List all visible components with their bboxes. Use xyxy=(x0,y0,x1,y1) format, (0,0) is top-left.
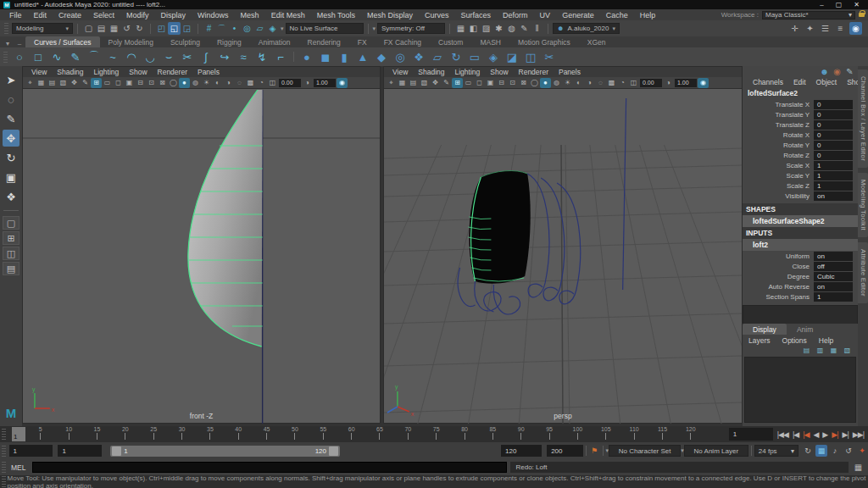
playback-range-bar[interactable]: 1 120 xyxy=(110,446,340,457)
motion-blur-icon[interactable]: ◌ xyxy=(234,78,245,88)
shaded-mode-icon[interactable]: ● xyxy=(540,78,551,88)
chevron-down-icon[interactable]: ▾ xyxy=(281,25,284,32)
gamma-field[interactable]: 1.00 xyxy=(675,79,697,87)
anti-aliasing-icon[interactable]: ▩ xyxy=(245,78,256,88)
menu-item[interactable]: Display xyxy=(155,9,192,20)
attribute-value-field[interactable]: 0 xyxy=(814,151,853,160)
paint-select-tool[interactable]: ✎ xyxy=(3,110,19,127)
boolean-icon[interactable]: ◫ xyxy=(521,48,540,65)
menu-item[interactable]: Mesh Display xyxy=(361,9,419,20)
trim-tool-icon[interactable]: ✂ xyxy=(540,48,559,65)
safe-action-icon[interactable]: ⊡ xyxy=(146,78,157,88)
select-tool[interactable]: ➤ xyxy=(3,71,19,88)
wireframe-mode-icon[interactable]: ◯ xyxy=(168,78,179,88)
shelf-tab[interactable]: FX Caching xyxy=(376,36,430,47)
snap-point-icon[interactable]: • xyxy=(228,22,241,35)
camera-attributes-icon[interactable]: ▦ xyxy=(397,78,408,88)
shelf-tab[interactable]: XGen xyxy=(579,36,615,47)
attribute-value-field[interactable]: 1 xyxy=(814,161,853,170)
xray-icon[interactable]: ◫ xyxy=(267,78,278,88)
film-gate-icon[interactable]: ▭ xyxy=(102,78,113,88)
panel-menu-item[interactable]: Shading xyxy=(413,68,449,76)
make-live-icon[interactable]: ◈ xyxy=(266,22,279,35)
two-pane-layout-button[interactable]: ◫ xyxy=(3,247,19,260)
motion-blur-icon[interactable]: ◌ xyxy=(595,78,606,88)
exposure-field[interactable]: 0.00 xyxy=(279,79,301,87)
attribute-row[interactable]: Scale Z 1 xyxy=(743,180,858,191)
attribute-value-field[interactable]: on xyxy=(814,191,853,201)
shaded-mode-icon[interactable]: ● xyxy=(179,78,190,88)
attribute-row[interactable]: Uniform on xyxy=(743,251,858,261)
animation-end-field[interactable]: 200 xyxy=(547,445,583,457)
cv-curve-tool-icon[interactable]: ∿ xyxy=(47,48,66,65)
input-node-name[interactable]: loft2 xyxy=(743,239,858,251)
shelf-tab[interactable]: Custom xyxy=(430,36,471,47)
outliner-persp-layout-button[interactable]: ▤ xyxy=(3,262,19,275)
extrude-surface-icon[interactable]: ◈ xyxy=(484,48,503,65)
gate-mask-icon[interactable]: ▣ xyxy=(485,78,496,88)
drag-grip[interactable] xyxy=(3,52,8,63)
play-forwards-button[interactable]: ▶ xyxy=(821,430,829,439)
bookmark-view-icon[interactable]: ▤ xyxy=(47,78,58,88)
viewport-front[interactable]: ViewShadingLightingShowRendererPanels ⌖▦… xyxy=(22,66,381,424)
menu-item[interactable]: Cache xyxy=(600,9,634,20)
select-hierarchy-icon[interactable]: ◰ xyxy=(155,22,168,35)
loft-icon[interactable]: ▱ xyxy=(428,48,447,65)
close-button[interactable]: ✕ xyxy=(854,1,860,8)
nurbs-sphere-icon[interactable]: ● xyxy=(298,48,316,65)
attribute-row[interactable]: Translate X 0 xyxy=(743,99,858,109)
user-account-select[interactable]: ☻ A.aluko_2020 ▾ xyxy=(553,23,620,34)
menu-item[interactable]: Windows xyxy=(192,9,235,20)
anti-aliasing-icon[interactable]: ▩ xyxy=(606,78,617,88)
image-plane-icon[interactable]: ▧ xyxy=(58,78,69,88)
drag-grip[interactable] xyxy=(2,462,6,473)
film-gate-icon[interactable]: ▭ xyxy=(463,78,474,88)
shelf-tab[interactable]: Sculpting xyxy=(162,36,209,47)
sidebar-vertical-tab[interactable]: Modeling Toolkit xyxy=(858,173,868,237)
channel-box-toggle-icon[interactable]: ☰ xyxy=(819,22,832,35)
textured-mode-icon[interactable]: ◍ xyxy=(551,78,562,88)
field-chart-icon[interactable]: ⊟ xyxy=(135,78,146,88)
gamma-field[interactable]: 1.00 xyxy=(314,79,336,87)
open-scene-icon[interactable]: ▤ xyxy=(95,22,108,35)
panel-menu-item[interactable]: Panels xyxy=(554,68,586,76)
attribute-row[interactable]: Degree Cubic xyxy=(743,271,858,281)
time-editor-icon[interactable]: ▦ xyxy=(815,445,827,457)
attribute-row[interactable]: Rotate X 0 xyxy=(743,130,858,140)
attribute-value-field[interactable]: 1 xyxy=(814,171,853,180)
menu-item[interactable]: Curves xyxy=(419,9,455,20)
step-back-key-button[interactable]: |◀ xyxy=(801,430,810,439)
isolate-select-icon[interactable]: ◔ xyxy=(617,78,628,88)
command-line-language-toggle[interactable]: MEL xyxy=(8,463,32,472)
menu-item[interactable]: Mesh xyxy=(235,9,265,20)
curve-fillet-icon[interactable]: ⌐ xyxy=(271,48,290,65)
panel-menu-item[interactable]: Renderer xyxy=(514,68,554,76)
panel-menu-item[interactable]: Lighting xyxy=(88,68,124,76)
snap-curve-icon[interactable]: ⌒ xyxy=(215,22,228,35)
exposure-icon[interactable]: ◑ xyxy=(663,78,674,88)
last-tool-used[interactable]: ❖ xyxy=(3,188,19,205)
render-current-frame-icon[interactable]: ◧ xyxy=(467,22,480,35)
menu-item[interactable]: Select xyxy=(87,9,120,20)
attribute-value-field[interactable]: 0 xyxy=(814,100,853,109)
drag-grip[interactable] xyxy=(2,446,6,457)
attribute-value-field[interactable]: on xyxy=(814,252,853,261)
gate-mask-icon[interactable]: ▣ xyxy=(124,78,135,88)
drag-grip[interactable] xyxy=(4,23,8,34)
layer-editor-tab[interactable]: Anim xyxy=(787,324,823,335)
step-forward-frame-button[interactable]: ▶| xyxy=(841,430,850,439)
panel-menu-item[interactable]: Panels xyxy=(192,68,225,76)
layer-editor-menu-item[interactable]: Help xyxy=(813,336,839,345)
nurbs-cone-icon[interactable]: ▲ xyxy=(353,48,372,65)
menu-item[interactable]: UV xyxy=(534,9,557,20)
panel-menu-item[interactable]: Shading xyxy=(52,68,88,76)
character-set-select[interactable]: No Character Set xyxy=(609,445,681,457)
shelf-tab[interactable]: Poly Modeling xyxy=(100,36,162,47)
layer-new-empty-icon[interactable]: ▤ xyxy=(801,346,812,355)
fps-select[interactable]: 24 fps ▾ xyxy=(754,445,798,457)
resolution-gate-icon[interactable]: ◻ xyxy=(113,78,124,88)
sidebar-vertical-tab[interactable]: Attribute Editor xyxy=(858,242,868,303)
attribute-row[interactable]: Rotate Z 0 xyxy=(743,150,858,160)
revolve-icon[interactable]: ↻ xyxy=(447,48,465,65)
panel-menu-item[interactable]: Lighting xyxy=(449,68,485,76)
